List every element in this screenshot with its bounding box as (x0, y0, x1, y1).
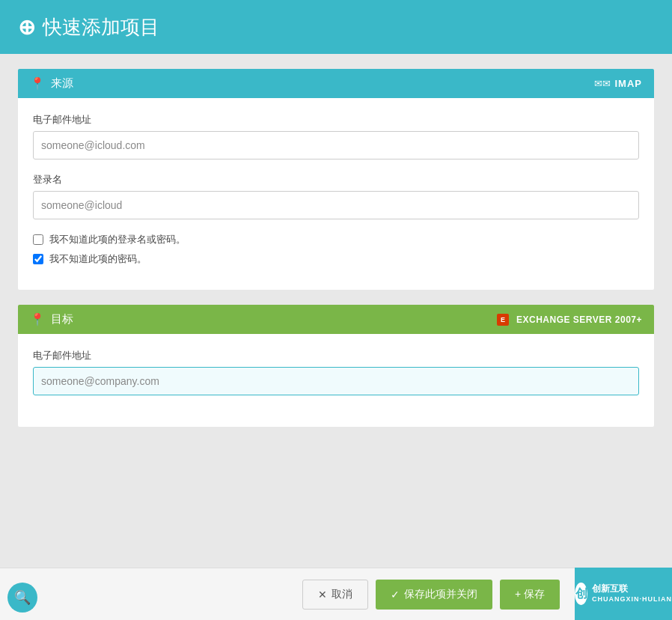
target-pin-icon: 📍 (30, 312, 45, 326)
checkbox-no-login-label: 我不知道此项的登录名或密码。 (49, 233, 186, 246)
brand-logo-icon: 创 (575, 583, 587, 605)
source-email-input[interactable] (33, 131, 639, 159)
source-label: 来源 (51, 76, 73, 91)
main-content: 📍 来源 ✉ IMAP 电子邮件地址 登录名 我不知道此项的登录名或密码。 (0, 54, 672, 457)
brand-logo: 创 创新互联 CHUANGXIN·HULIAN (575, 568, 672, 620)
checkbox-no-password[interactable] (33, 254, 43, 264)
target-email-input[interactable] (33, 367, 639, 395)
save-close-button[interactable]: ✓ 保存此项并关闭 (376, 580, 492, 610)
save-button[interactable]: + 保存 (500, 580, 560, 610)
cancel-icon: ✕ (318, 589, 327, 601)
header-icon: ⊕ (18, 15, 35, 40)
bottom-left-icon[interactable]: 🔍 (7, 583, 37, 613)
source-header-left: 📍 来源 (30, 76, 73, 91)
source-email-group: 电子邮件地址 (33, 113, 639, 159)
imap-label: IMAP (615, 78, 643, 89)
mail-icon: ✉ (594, 78, 611, 89)
cancel-label: 取消 (332, 588, 352, 601)
cancel-button[interactable]: ✕ 取消 (302, 580, 368, 610)
brand-sub: CHUANGXIN·HULIAN (592, 595, 672, 604)
target-email-label: 电子邮件地址 (33, 349, 639, 362)
brand-text: 创新互联 CHUANGXIN·HULIAN (592, 583, 672, 604)
source-section: 📍 来源 ✉ IMAP 电子邮件地址 登录名 我不知道此项的登录名或密码。 (18, 69, 654, 290)
source-type: ✉ IMAP (594, 78, 643, 89)
target-section-header: 📍 目标 E EXCHANGE SERVER 2007+ (18, 305, 654, 334)
target-label: 目标 (51, 312, 73, 326)
source-pin-icon: 📍 (30, 76, 45, 91)
page-header: ⊕ 快速添加项目 (0, 0, 672, 54)
checkbox-no-password-label: 我不知道此项的密码。 (49, 252, 147, 266)
bottom-bar: ✕ 取消 ✓ 保存此项并关闭 + 保存 (0, 568, 672, 620)
checkbox-no-login[interactable] (33, 234, 43, 245)
brand-logo-char: 创 (575, 586, 587, 602)
exchange-icon: E (497, 314, 509, 326)
source-login-group: 登录名 (33, 173, 639, 219)
search-icon: 🔍 (14, 589, 31, 606)
exchange-label: EXCHANGE SERVER 2007+ (516, 314, 642, 325)
source-body: 电子邮件地址 登录名 我不知道此项的登录名或密码。 我不知道此项的密码。 (18, 98, 654, 290)
source-login-input[interactable] (33, 191, 639, 219)
target-header-left: 📍 目标 (30, 312, 73, 326)
source-email-label: 电子邮件地址 (33, 113, 639, 127)
target-email-group: 电子邮件地址 (33, 349, 639, 395)
target-section: 📍 目标 E EXCHANGE SERVER 2007+ 电子邮件地址 (18, 305, 654, 427)
target-type: E EXCHANGE SERVER 2007+ (497, 314, 642, 326)
checkbox-item-2: 我不知道此项的密码。 (33, 252, 639, 266)
source-login-label: 登录名 (33, 173, 639, 186)
source-section-header: 📍 来源 ✉ IMAP (18, 69, 654, 98)
save-close-label: 保存此项并关闭 (404, 588, 477, 601)
save-label: + 保存 (515, 588, 545, 601)
checkbox-item-1: 我不知道此项的登录名或密码。 (33, 233, 639, 246)
target-body: 电子邮件地址 (18, 334, 654, 427)
save-close-icon: ✓ (391, 589, 400, 601)
page-title: 快速添加项目 (43, 14, 159, 40)
source-checkboxes: 我不知道此项的登录名或密码。 我不知道此项的密码。 (33, 233, 639, 266)
brand-name: 创新互联 (592, 583, 672, 595)
